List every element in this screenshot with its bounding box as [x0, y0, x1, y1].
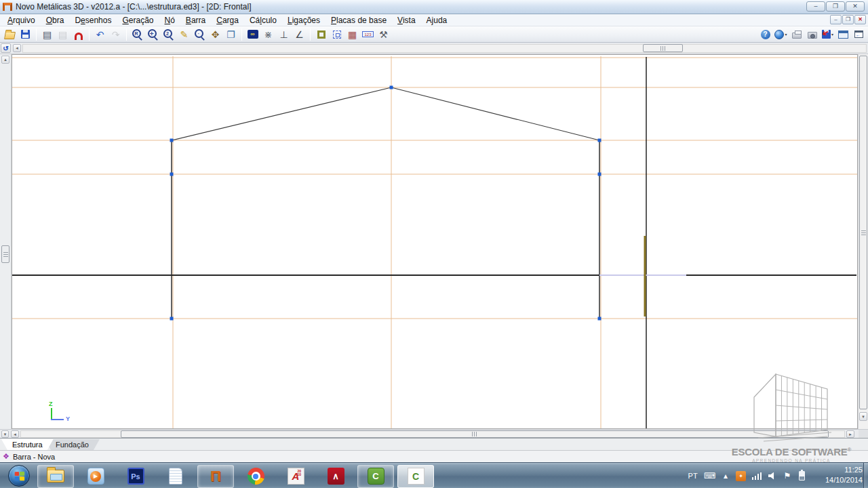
- toolbar-left-group: ▤▤↶↷R✛2✎·✥❐∞⋇⊥∠▦123⚒: [0, 27, 391, 41]
- tab-estrutura[interactable]: Estrutura: [1, 439, 54, 450]
- media-player-button[interactable]: ▶: [77, 465, 114, 488]
- metalicas-3d-button[interactable]: Π: [197, 465, 234, 488]
- menu-vista[interactable]: Vista: [392, 15, 420, 26]
- drawing-sheets-button[interactable]: ▤: [40, 27, 54, 41]
- scroll-right-button[interactable]: ▸: [846, 430, 854, 438]
- help-button[interactable]: ?: [758, 27, 772, 41]
- right-scrollbar-thumb[interactable]: [859, 56, 867, 409]
- redo-button[interactable]: ↷: [108, 27, 123, 41]
- dimension-button[interactable]: 123: [361, 27, 375, 41]
- notepad-button[interactable]: [157, 465, 194, 488]
- zoom-extents-icon: ✛: [148, 29, 157, 38]
- structure-node[interactable]: [390, 86, 393, 89]
- title-bar[interactable]: Novo Metálicas 3D - v2012.a - [C:\...\es…: [0, 0, 868, 14]
- action-center-icon[interactable]: ⚑: [783, 471, 791, 481]
- volume-icon[interactable]: [768, 472, 777, 480]
- show-desktop-button[interactable]: [863, 463, 868, 488]
- drawing-canvas[interactable]: Z Y: [12, 54, 858, 429]
- references-button[interactable]: ▦: [345, 27, 359, 41]
- redraw-button[interactable]: ✎: [177, 27, 191, 41]
- menu-calculo[interactable]: Cálculo: [244, 15, 282, 26]
- mdi-close-button[interactable]: ✕: [854, 15, 866, 24]
- notification-app-icon[interactable]: ✦: [736, 471, 746, 481]
- mdi-restore-button[interactable]: ❐: [842, 15, 854, 24]
- scroll-up-button[interactable]: ▴: [1, 56, 9, 64]
- menu-geracao[interactable]: Geração: [117, 15, 159, 26]
- right-scrollbar[interactable]: ▾: [858, 54, 868, 429]
- scroll-left-button[interactable]: ◂: [13, 44, 21, 52]
- previous-window-button[interactable]: ❐: [224, 27, 238, 41]
- menu-no[interactable]: Nó: [159, 15, 180, 26]
- menu-obra[interactable]: Obra: [41, 15, 70, 26]
- start-button[interactable]: [4, 464, 34, 488]
- undo-button[interactable]: ↶: [93, 27, 107, 41]
- zoom-x2-button[interactable]: 2: [161, 27, 176, 41]
- structure-node[interactable]: [170, 139, 174, 142]
- selection-window-button[interactable]: [330, 27, 344, 41]
- structure-node[interactable]: [598, 317, 601, 321]
- tab-fundacao[interactable]: Fundação: [45, 439, 100, 450]
- camtasia-recorder-button[interactable]: C: [397, 465, 434, 488]
- scroll-left-button[interactable]: ◂: [11, 430, 19, 438]
- minimize-button[interactable]: –: [806, 1, 825, 12]
- structure-node[interactable]: [170, 173, 174, 176]
- keyboard-icon[interactable]: ⌨: [704, 471, 715, 481]
- menu-barra[interactable]: Barra: [180, 15, 211, 26]
- menu-arquivo[interactable]: Arquivo: [2, 15, 41, 26]
- top-scrollbar[interactable]: ↺ ◂: [0, 43, 868, 54]
- structure-node[interactable]: [598, 139, 601, 142]
- web-services-button[interactable]: ▾: [774, 27, 788, 41]
- language-indicator[interactable]: PT: [688, 472, 698, 480]
- window-dock-button[interactable]: ←: [852, 27, 866, 41]
- adobe-reader-button[interactable]: ∧: [317, 465, 354, 488]
- bottom-scrollbar[interactable]: ▾ ◂ ▸: [0, 429, 868, 438]
- tools-button[interactable]: ⚒: [376, 27, 391, 41]
- pan-button[interactable]: ✥: [208, 27, 222, 41]
- restore-button[interactable]: ❐: [826, 1, 845, 12]
- bottom-scrollbar-thumb[interactable]: [121, 430, 829, 438]
- zoom-previous-button[interactable]: ·: [193, 27, 207, 41]
- view-tool-button[interactable]: ↺: [1, 43, 11, 53]
- open-file-button[interactable]: [3, 27, 17, 41]
- menu-desenhos[interactable]: Desenhos: [69, 15, 117, 26]
- left-scrollbar[interactable]: ▴: [0, 54, 12, 429]
- menu-carga[interactable]: Carga: [211, 15, 244, 26]
- node-tools-button[interactable]: ⋇: [261, 27, 275, 41]
- save-file-button[interactable]: [18, 27, 33, 41]
- panel-config-button[interactable]: [836, 27, 850, 41]
- photoshop-button[interactable]: Ps: [117, 465, 154, 488]
- network-icon[interactable]: [752, 472, 762, 480]
- battery-icon[interactable]: [797, 471, 806, 481]
- show-hidden-icons-button[interactable]: ▴: [722, 471, 730, 481]
- perpendicular-button[interactable]: ⊥: [277, 27, 291, 41]
- left-scrollbar-thumb[interactable]: [1, 245, 9, 263]
- export-button[interactable]: ➔▾: [821, 27, 835, 41]
- magnet-snap-button[interactable]: [71, 27, 85, 41]
- menu-ligacoes[interactable]: Ligações: [282, 15, 326, 26]
- view-list-button[interactable]: ▾: [1, 430, 9, 438]
- taskbar-clock[interactable]: 11:25 14/10/2014: [825, 465, 863, 485]
- coordinates-button[interactable]: ∠: [292, 27, 307, 41]
- close-button[interactable]: ✕: [846, 1, 865, 12]
- menu-ajuda[interactable]: Ajuda: [421, 15, 453, 26]
- autocad-button[interactable]: A20 10: [277, 465, 314, 488]
- zoom-extents-button[interactable]: ✛: [146, 27, 160, 41]
- print-preview-button[interactable]: [805, 27, 819, 41]
- scroll-down-button[interactable]: ▾: [859, 412, 867, 421]
- print-button[interactable]: [789, 27, 804, 41]
- chrome-button[interactable]: [237, 465, 274, 488]
- top-scrollbar-thumb[interactable]: [643, 44, 683, 52]
- zoom-window-button[interactable]: R: [130, 27, 144, 41]
- structure-node[interactable]: [170, 317, 174, 321]
- structure-node[interactable]: [598, 173, 601, 176]
- toolbar-separator: [126, 28, 127, 41]
- top-scrollbar-track[interactable]: [22, 44, 867, 53]
- drawing-sheets-disabled-button[interactable]: ▤: [56, 27, 70, 41]
- mdi-minimize-button[interactable]: –: [830, 15, 842, 24]
- redo-icon: ↷: [112, 30, 120, 39]
- menu-placas-de-base[interactable]: Placas de base: [326, 15, 392, 26]
- section-display-button[interactable]: [314, 27, 328, 41]
- camtasia-button[interactable]: C: [357, 465, 394, 488]
- explorer-button[interactable]: [37, 465, 74, 488]
- find-button[interactable]: ∞: [245, 27, 260, 41]
